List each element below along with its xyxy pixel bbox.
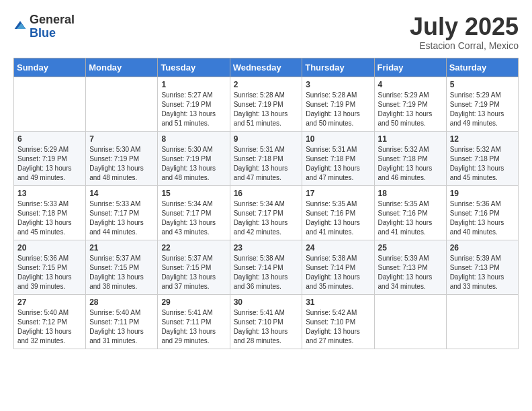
calendar-cell <box>86 77 158 131</box>
calendar-week-row: 6Sunrise: 5:29 AM Sunset: 7:19 PM Daylig… <box>14 131 519 185</box>
calendar-cell <box>446 294 518 349</box>
calendar-cell: 19Sunrise: 5:36 AM Sunset: 7:16 PM Dayli… <box>446 185 518 240</box>
day-number: 16 <box>234 189 299 198</box>
calendar-cell: 10Sunrise: 5:31 AM Sunset: 7:18 PM Dayli… <box>302 131 374 185</box>
calendar-cell: 22Sunrise: 5:37 AM Sunset: 7:15 PM Dayli… <box>158 240 230 294</box>
calendar-cell: 11Sunrise: 5:32 AM Sunset: 7:18 PM Dayli… <box>374 131 446 185</box>
calendar-cell: 15Sunrise: 5:34 AM Sunset: 7:17 PM Dayli… <box>158 185 230 240</box>
day-number: 27 <box>17 298 82 307</box>
day-info: Sunrise: 5:33 AM Sunset: 7:17 PM Dayligh… <box>89 199 154 237</box>
calendar-cell: 7Sunrise: 5:30 AM Sunset: 7:19 PM Daylig… <box>86 131 158 185</box>
day-number: 19 <box>450 189 515 198</box>
calendar-week-row: 13Sunrise: 5:33 AM Sunset: 7:18 PM Dayli… <box>14 185 519 240</box>
calendar-cell: 24Sunrise: 5:38 AM Sunset: 7:14 PM Dayli… <box>302 240 374 294</box>
logo-general: General <box>30 13 75 27</box>
calendar-cell: 29Sunrise: 5:41 AM Sunset: 7:11 PM Dayli… <box>158 294 230 349</box>
location-subtitle: Estacion Corral, Mexico <box>410 40 519 51</box>
calendar-cell: 13Sunrise: 5:33 AM Sunset: 7:18 PM Dayli… <box>14 185 86 240</box>
day-number: 26 <box>450 243 515 253</box>
day-number: 4 <box>378 80 443 89</box>
day-info: Sunrise: 5:29 AM Sunset: 7:19 PM Dayligh… <box>378 91 443 128</box>
day-info: Sunrise: 5:40 AM Sunset: 7:11 PM Dayligh… <box>89 308 154 346</box>
calendar-cell: 4Sunrise: 5:29 AM Sunset: 7:19 PM Daylig… <box>374 77 446 131</box>
day-info: Sunrise: 5:34 AM Sunset: 7:17 PM Dayligh… <box>234 199 299 237</box>
calendar-cell: 28Sunrise: 5:40 AM Sunset: 7:11 PM Dayli… <box>86 294 158 349</box>
calendar-cell: 30Sunrise: 5:41 AM Sunset: 7:10 PM Dayli… <box>230 294 302 349</box>
day-number: 31 <box>306 298 370 307</box>
day-info: Sunrise: 5:39 AM Sunset: 7:13 PM Dayligh… <box>450 254 515 291</box>
calendar-week-row: 27Sunrise: 5:40 AM Sunset: 7:12 PM Dayli… <box>14 294 519 349</box>
calendar-cell: 5Sunrise: 5:29 AM Sunset: 7:19 PM Daylig… <box>446 77 518 131</box>
day-info: Sunrise: 5:37 AM Sunset: 7:15 PM Dayligh… <box>89 254 154 291</box>
day-info: Sunrise: 5:40 AM Sunset: 7:12 PM Dayligh… <box>17 308 82 346</box>
day-info: Sunrise: 5:36 AM Sunset: 7:16 PM Dayligh… <box>450 199 515 237</box>
day-info: Sunrise: 5:34 AM Sunset: 7:17 PM Dayligh… <box>161 199 226 237</box>
calendar-cell <box>374 294 446 349</box>
day-number: 22 <box>161 243 226 253</box>
day-info: Sunrise: 5:27 AM Sunset: 7:19 PM Dayligh… <box>161 91 226 128</box>
day-number: 2 <box>234 80 299 89</box>
day-info: Sunrise: 5:33 AM Sunset: 7:18 PM Dayligh… <box>17 199 82 237</box>
day-number: 15 <box>161 189 226 198</box>
day-info: Sunrise: 5:41 AM Sunset: 7:11 PM Dayligh… <box>161 308 226 346</box>
day-number: 12 <box>450 134 515 144</box>
day-info: Sunrise: 5:30 AM Sunset: 7:19 PM Dayligh… <box>89 145 154 183</box>
day-info: Sunrise: 5:31 AM Sunset: 7:18 PM Dayligh… <box>234 145 299 183</box>
day-info: Sunrise: 5:30 AM Sunset: 7:19 PM Dayligh… <box>161 145 226 183</box>
day-info: Sunrise: 5:41 AM Sunset: 7:10 PM Dayligh… <box>234 308 299 346</box>
calendar-cell: 21Sunrise: 5:37 AM Sunset: 7:15 PM Dayli… <box>86 240 158 294</box>
day-number: 3 <box>306 80 370 89</box>
day-info: Sunrise: 5:28 AM Sunset: 7:19 PM Dayligh… <box>306 91 370 128</box>
calendar-cell: 9Sunrise: 5:31 AM Sunset: 7:18 PM Daylig… <box>230 131 302 185</box>
weekday-header-tuesday: Tuesday <box>158 58 230 77</box>
day-number: 21 <box>89 243 154 253</box>
day-number: 10 <box>306 134 370 144</box>
calendar-cell: 12Sunrise: 5:32 AM Sunset: 7:18 PM Dayli… <box>446 131 518 185</box>
calendar-cell: 25Sunrise: 5:39 AM Sunset: 7:13 PM Dayli… <box>374 240 446 294</box>
day-number: 5 <box>450 80 515 89</box>
day-number: 29 <box>161 298 226 307</box>
day-number: 28 <box>89 298 154 307</box>
day-info: Sunrise: 5:42 AM Sunset: 7:10 PM Dayligh… <box>306 308 370 346</box>
day-number: 23 <box>234 243 299 253</box>
calendar-cell: 1Sunrise: 5:27 AM Sunset: 7:19 PM Daylig… <box>158 77 230 131</box>
day-info: Sunrise: 5:28 AM Sunset: 7:19 PM Dayligh… <box>234 91 299 128</box>
day-number: 30 <box>234 298 299 307</box>
calendar-cell: 23Sunrise: 5:38 AM Sunset: 7:14 PM Dayli… <box>230 240 302 294</box>
calendar-cell: 8Sunrise: 5:30 AM Sunset: 7:19 PM Daylig… <box>158 131 230 185</box>
calendar-cell: 20Sunrise: 5:36 AM Sunset: 7:15 PM Dayli… <box>14 240 86 294</box>
day-number: 8 <box>161 134 226 144</box>
weekday-header-monday: Monday <box>86 58 158 77</box>
day-number: 9 <box>234 134 299 144</box>
day-info: Sunrise: 5:37 AM Sunset: 7:15 PM Dayligh… <box>161 254 226 291</box>
logo-blue: Blue <box>30 27 75 40</box>
day-number: 13 <box>17 189 82 198</box>
month-title: July 2025 <box>410 13 519 40</box>
weekday-header-thursday: Thursday <box>302 58 374 77</box>
logo: General Blue <box>13 13 75 40</box>
day-info: Sunrise: 5:32 AM Sunset: 7:18 PM Dayligh… <box>378 145 443 183</box>
logo-icon <box>13 19 27 32</box>
day-info: Sunrise: 5:32 AM Sunset: 7:18 PM Dayligh… <box>450 145 515 183</box>
day-info: Sunrise: 5:29 AM Sunset: 7:19 PM Dayligh… <box>450 91 515 128</box>
day-info: Sunrise: 5:38 AM Sunset: 7:14 PM Dayligh… <box>306 254 370 291</box>
day-info: Sunrise: 5:29 AM Sunset: 7:19 PM Dayligh… <box>17 145 82 183</box>
day-number: 14 <box>89 189 154 198</box>
day-info: Sunrise: 5:35 AM Sunset: 7:16 PM Dayligh… <box>378 199 443 237</box>
calendar-cell: 2Sunrise: 5:28 AM Sunset: 7:19 PM Daylig… <box>230 77 302 131</box>
calendar-week-row: 1Sunrise: 5:27 AM Sunset: 7:19 PM Daylig… <box>14 77 519 131</box>
weekday-header-row: SundayMondayTuesdayWednesdayThursdayFrid… <box>14 58 519 77</box>
weekday-header-friday: Friday <box>374 58 446 77</box>
calendar-cell: 31Sunrise: 5:42 AM Sunset: 7:10 PM Dayli… <box>302 294 374 349</box>
day-number: 11 <box>378 134 443 144</box>
day-number: 18 <box>378 189 443 198</box>
calendar-cell: 3Sunrise: 5:28 AM Sunset: 7:19 PM Daylig… <box>302 77 374 131</box>
calendar-cell: 17Sunrise: 5:35 AM Sunset: 7:16 PM Dayli… <box>302 185 374 240</box>
calendar-cell: 26Sunrise: 5:39 AM Sunset: 7:13 PM Dayli… <box>446 240 518 294</box>
weekday-header-sunday: Sunday <box>14 58 86 77</box>
calendar-cell: 16Sunrise: 5:34 AM Sunset: 7:17 PM Dayli… <box>230 185 302 240</box>
day-info: Sunrise: 5:35 AM Sunset: 7:16 PM Dayligh… <box>306 199 370 237</box>
calendar-week-row: 20Sunrise: 5:36 AM Sunset: 7:15 PM Dayli… <box>14 240 519 294</box>
day-info: Sunrise: 5:31 AM Sunset: 7:18 PM Dayligh… <box>306 145 370 183</box>
calendar-cell: 14Sunrise: 5:33 AM Sunset: 7:17 PM Dayli… <box>86 185 158 240</box>
